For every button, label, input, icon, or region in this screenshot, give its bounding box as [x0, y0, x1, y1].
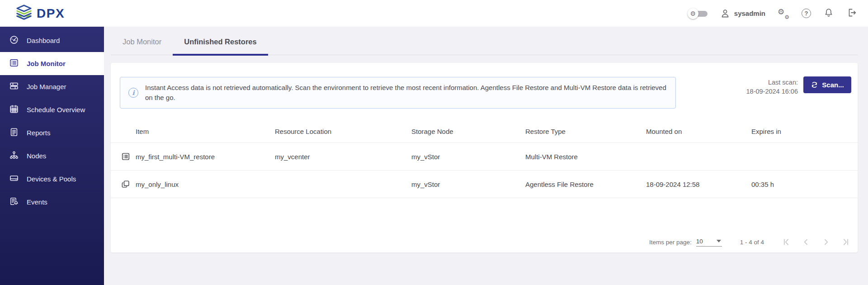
job-monitor-icon: [9, 58, 19, 69]
restores-table: Item Resource Location Storage Node Rest…: [111, 120, 858, 198]
schedule-overview-icon: [9, 104, 19, 115]
sidebar-item-label: Nodes: [27, 152, 46, 160]
sidebar-item-devices-pools[interactable]: Devices & Pools: [0, 167, 104, 190]
dashboard-icon: [9, 35, 19, 46]
info-icon: i: [128, 88, 138, 98]
help-icon: ?: [802, 9, 811, 18]
items-per-page-value: 10: [696, 238, 703, 245]
sidebar-item-label: Job Manager: [27, 83, 66, 90]
resource-location-cell: my_vcenter: [275, 153, 411, 161]
column-header-mounted-on: Mounted on: [646, 128, 751, 135]
last-scan: Last scan: 18-09-2024 16:06: [746, 78, 798, 96]
dpx-logo: DPX: [15, 5, 65, 23]
item-name: my_only_linux: [136, 180, 179, 188]
sidebar-item-label: Devices & Pools: [27, 175, 76, 183]
tab-job-monitor[interactable]: Job Monitor: [111, 28, 173, 55]
last-scan-label: Last scan:: [746, 78, 798, 87]
sidebar-item-label: Job Monitor: [27, 60, 66, 67]
table-row[interactable]: my_first_multi-VM_restore my_vcenter my_…: [111, 143, 858, 171]
items-per-page-select[interactable]: 10: [696, 238, 722, 247]
sidebar-item-dashboard[interactable]: Dashboard: [0, 29, 104, 52]
gears-icon: ⚙⚙: [778, 8, 789, 19]
column-header-storage-node: Storage Node: [411, 128, 525, 135]
dpx-logo-text: DPX: [37, 6, 65, 21]
user-icon: [720, 8, 731, 19]
user-menu[interactable]: sysadmin: [720, 8, 765, 19]
help-button[interactable]: ?: [802, 9, 811, 18]
sidebar-item-job-monitor[interactable]: Job Monitor: [0, 52, 104, 75]
main-content: Job Monitor Unfinished Restores i Instan…: [104, 27, 868, 285]
scan-button[interactable]: Scan...: [803, 76, 851, 93]
toggle-gear-icon: ⚙: [688, 8, 698, 19]
username-label: sysadmin: [734, 10, 765, 17]
sidebar-item-nodes[interactable]: Nodes: [0, 144, 104, 167]
pagination-range: 1 - 4 of 4: [740, 239, 764, 246]
pagination: Items per page: 10 1 - 4 of 4: [649, 233, 851, 251]
expires-in-cell: 00:35 h: [751, 180, 858, 188]
last-page-button[interactable]: [841, 237, 851, 247]
sidebar: Dashboard Job Monitor Job Manager: [0, 27, 104, 285]
job-manager-icon: [9, 81, 19, 92]
table-header-row: Item Resource Location Storage Node Rest…: [111, 120, 858, 143]
storage-node-cell: my_vStor: [411, 153, 525, 161]
scan-button-label: Scan...: [822, 81, 844, 89]
devices-pools-icon: [9, 173, 19, 185]
sidebar-item-label: Dashboard: [27, 37, 60, 44]
sidebar-item-job-manager[interactable]: Job Manager: [0, 75, 104, 98]
tab-unfinished-restores[interactable]: Unfinished Restores: [173, 28, 268, 55]
column-header-item: Item: [111, 128, 275, 135]
column-header-expires-in: Expires in: [751, 128, 858, 135]
settings-toggle[interactable]: ⚙: [689, 8, 708, 19]
info-banner: i Instant Access data is not retrieved a…: [120, 77, 676, 109]
top-bar: DPX ⚙ sysadmin ⚙⚙ ?: [0, 0, 868, 27]
tab-bar: Job Monitor Unfinished Restores: [111, 28, 858, 55]
mounted-on-cell: 18-09-2024 12:58: [646, 180, 751, 188]
dpx-logo-icon: [15, 5, 33, 23]
sidebar-item-schedule-overview[interactable]: Schedule Overview: [0, 98, 104, 121]
item-name: my_first_multi-VM_restore: [136, 153, 215, 161]
multi-vm-restore-icon: [121, 152, 131, 162]
logout-button[interactable]: [846, 7, 857, 20]
first-page-button[interactable]: [781, 237, 791, 247]
notifications-button[interactable]: [823, 7, 834, 20]
nodes-icon: [9, 150, 19, 162]
logout-icon: [846, 7, 857, 20]
unfinished-restores-panel: i Instant Access data is not retrieved a…: [111, 63, 858, 252]
reports-icon: [9, 127, 19, 138]
sync-icon: [811, 81, 818, 89]
sidebar-item-label: Schedule Overview: [27, 106, 85, 114]
events-icon: [9, 196, 19, 208]
chevron-down-icon: [717, 240, 721, 242]
agentless-file-restore-icon: [121, 179, 131, 189]
last-scan-time: 18-09-2024 16:06: [746, 87, 798, 96]
sidebar-item-label: Events: [27, 198, 47, 206]
info-banner-text: Instant Access data is not retrieved aut…: [145, 83, 666, 103]
storage-node-cell: my_vStor: [411, 180, 525, 188]
bell-icon: [823, 7, 834, 20]
column-header-restore-type: Restore Type: [525, 128, 646, 135]
sidebar-item-reports[interactable]: Reports: [0, 121, 104, 144]
restore-type-cell: Multi-VM Restore: [525, 153, 646, 161]
restore-type-cell: Agentless File Restore: [525, 180, 646, 188]
table-row[interactable]: my_only_linux my_vStor Agentless File Re…: [111, 171, 858, 198]
sidebar-item-events[interactable]: Events: [0, 190, 104, 214]
column-header-resource-location: Resource Location: [275, 128, 411, 135]
previous-page-button[interactable]: [801, 237, 811, 247]
system-settings-button[interactable]: ⚙⚙: [778, 8, 789, 19]
items-per-page-label: Items per page:: [649, 239, 692, 246]
next-page-button[interactable]: [821, 237, 831, 247]
sidebar-item-label: Reports: [27, 129, 51, 137]
